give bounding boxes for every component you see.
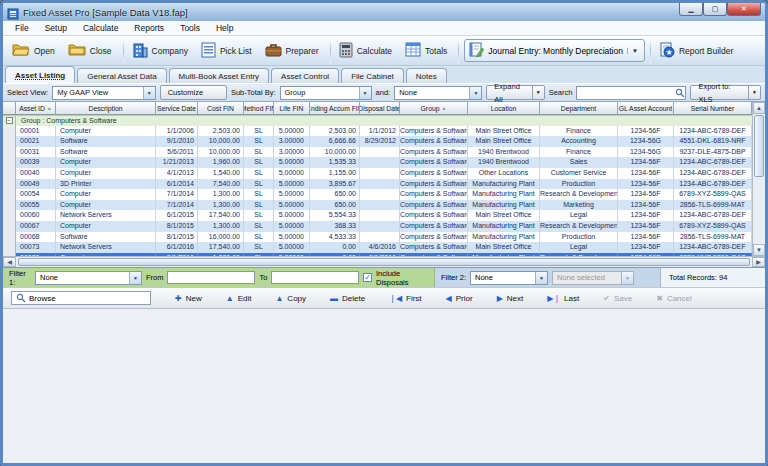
column-header-disposal-date[interactable]: Disposal Date bbox=[360, 102, 400, 114]
totals-button[interactable]: Totals bbox=[400, 40, 455, 61]
next-button[interactable]: ▶Next bbox=[497, 294, 524, 303]
report-builder-button[interactable]: ★ Report Builder bbox=[654, 40, 741, 62]
close-file-button[interactable]: Close bbox=[63, 40, 120, 61]
edit-button[interactable]: ▲Edit bbox=[226, 294, 252, 303]
scroll-down-icon[interactable]: ▼ bbox=[753, 244, 765, 256]
cell: 650.00 bbox=[310, 189, 360, 200]
chevron-down-icon[interactable]: ▼ bbox=[627, 48, 642, 54]
browse-input[interactable] bbox=[29, 294, 146, 303]
prior-button[interactable]: ◀Prior bbox=[446, 294, 473, 303]
column-header-cost-fin[interactable]: Cost FIN bbox=[198, 102, 244, 114]
from-input[interactable] bbox=[167, 271, 255, 284]
filter2-dropdown[interactable]: None ▼ bbox=[470, 271, 548, 285]
tab-notes[interactable]: Notes bbox=[406, 68, 447, 83]
scroll-right-icon[interactable]: ▶ bbox=[752, 257, 765, 267]
scroll-left-icon[interactable]: ◀ bbox=[3, 257, 16, 267]
preparer-button[interactable]: Preparer bbox=[260, 40, 327, 61]
column-header-method-fin[interactable]: Method FIN bbox=[244, 102, 274, 114]
last-button[interactable]: ▶❘Last bbox=[547, 294, 579, 303]
table-row[interactable]: 00039Computer1/21/20131,960.00SL5.000001… bbox=[3, 157, 752, 168]
collapse-icon[interactable]: − bbox=[6, 117, 13, 124]
close-folder-icon bbox=[68, 42, 86, 59]
and-dropdown[interactable]: None ▼ bbox=[394, 86, 482, 100]
column-header-department[interactable]: Department bbox=[540, 102, 618, 114]
tab-asset-control[interactable]: Asset Control bbox=[271, 68, 339, 83]
totals-icon bbox=[405, 42, 421, 59]
tab-multi-book-asset-entry[interactable]: Multi-Book Asset Entry bbox=[169, 68, 269, 83]
include-disposals-checkbox[interactable]: ✓ bbox=[363, 273, 372, 282]
column-header-asset-id[interactable]: Asset ID▲ bbox=[16, 102, 56, 114]
cancel-button[interactable]: ✖Cancel bbox=[656, 294, 692, 303]
table-row[interactable]: 00054Computer7/1/20141,300.00SL5.0000065… bbox=[3, 189, 752, 200]
chevron-down-icon[interactable]: ▼ bbox=[748, 86, 757, 99]
open-button[interactable]: Open bbox=[7, 40, 63, 61]
save-button[interactable]: ✔Save bbox=[603, 294, 632, 303]
chevron-down-icon[interactable]: ▼ bbox=[129, 272, 141, 284]
vertical-scrollbar[interactable]: ▲ ▼ bbox=[752, 102, 765, 256]
company-button[interactable]: Company bbox=[127, 40, 196, 62]
chevron-down-icon[interactable]: ▼ bbox=[143, 87, 155, 99]
minimize-button[interactable]: ▁ bbox=[679, 3, 703, 16]
tab-general-asset-data[interactable]: General Asset Data bbox=[77, 68, 166, 83]
search-input[interactable] bbox=[577, 88, 675, 97]
cell: 17,540.00 bbox=[198, 210, 244, 221]
tab-file-cabinet[interactable]: File Cabinet bbox=[341, 68, 404, 83]
chevron-down-icon[interactable]: ▼ bbox=[359, 87, 371, 99]
chevron-down-icon[interactable]: ▼ bbox=[469, 87, 481, 99]
column-header-ending-accum-fin[interactable]: Ending Accum FIN bbox=[310, 102, 360, 114]
scrollbar-thumb[interactable] bbox=[18, 258, 750, 266]
table-row[interactable]: 00031Software5/6/201110,000.00SL3.000001… bbox=[3, 147, 752, 158]
search-icon[interactable] bbox=[675, 88, 685, 98]
scrollbar-thumb[interactable] bbox=[754, 115, 764, 177]
cell: Computers & Software bbox=[400, 189, 468, 200]
table-row[interactable]: 00055Computer7/1/20141,300.00SL5.0000065… bbox=[3, 200, 752, 211]
calculate-button[interactable]: Calculate bbox=[334, 40, 400, 62]
column-header-service-date[interactable]: Service Date bbox=[156, 102, 198, 114]
customize-view-button[interactable]: Customize View bbox=[160, 85, 227, 100]
chevron-down-icon[interactable]: ▼ bbox=[532, 86, 541, 99]
column-header-gl-asset-account[interactable]: GL Asset Account bbox=[618, 102, 674, 114]
new-button[interactable]: ✚New bbox=[175, 294, 202, 303]
journal-entry-dropdown[interactable]: Journal Entry: Monthly Depreciation ▼ bbox=[464, 39, 645, 62]
table-row[interactable]: 00067Computer8/1/20151,300.00SL5.0000036… bbox=[3, 221, 752, 232]
table-row[interactable]: 00068Software8/1/201516,000.00SL5.000004… bbox=[3, 232, 752, 243]
table-row[interactable]: 00040Computer4/1/20131,540.00SL5.000001,… bbox=[3, 168, 752, 179]
menu-tools[interactable]: Tools bbox=[173, 22, 207, 34]
column-header-serial-number[interactable]: Serial Number bbox=[674, 102, 752, 114]
table-row[interactable]: 00060Network Servers6/1/201517,540.00SL5… bbox=[3, 210, 752, 221]
column-header-life-fin[interactable]: Life FIN bbox=[274, 102, 310, 114]
delete-button[interactable]: ▬Delete bbox=[330, 294, 365, 303]
group-header-row[interactable]: −Group : Computers & Software bbox=[3, 115, 752, 126]
expand-all-button[interactable]: Expand All ▼ bbox=[486, 85, 544, 100]
menu-reports[interactable]: Reports bbox=[127, 22, 171, 34]
export-xls-button[interactable]: Export to: XLS ▼ bbox=[690, 85, 761, 100]
cell: Customer Service bbox=[540, 168, 618, 179]
column-header-description[interactable]: Description bbox=[56, 102, 156, 114]
pick-list-button[interactable]: Pick List bbox=[196, 40, 260, 62]
scroll-up-icon[interactable]: ▲ bbox=[753, 102, 765, 114]
table-row[interactable]: 000493D Printer6/1/20147,540.00SL5.00000… bbox=[3, 179, 752, 190]
chevron-down-icon[interactable]: ▼ bbox=[535, 272, 547, 284]
cell: 1234-56F bbox=[618, 126, 674, 137]
menu-file[interactable]: File bbox=[8, 22, 36, 34]
menu-help[interactable]: Help bbox=[209, 22, 240, 34]
maximize-button[interactable]: ▢ bbox=[703, 3, 727, 16]
select-view-dropdown[interactable]: My GAAP View ▼ bbox=[52, 86, 156, 100]
copy-button[interactable]: ▲Copy bbox=[275, 294, 306, 303]
table-row[interactable]: 00021Software9/1/201010,000.00SL3.000006… bbox=[3, 136, 752, 147]
close-button[interactable]: ✕ bbox=[727, 3, 761, 16]
horizontal-scrollbar[interactable]: ◀ ▶ bbox=[3, 256, 765, 267]
table-row[interactable]: 00073Network Servers6/1/201617,540.00SL5… bbox=[3, 242, 752, 253]
first-button[interactable]: ❘◀First bbox=[389, 294, 421, 303]
to-input[interactable] bbox=[271, 271, 359, 284]
table-row[interactable]: 00001Computer1/1/20062,503.00SL5.000002,… bbox=[3, 126, 752, 137]
column-header-group[interactable]: Group▲ bbox=[400, 102, 468, 114]
menu-calculate[interactable]: Calculate bbox=[76, 22, 125, 34]
tab-asset-listing[interactable]: Asset Listing bbox=[5, 66, 75, 83]
row-gutter bbox=[3, 189, 16, 200]
filter1-dropdown[interactable]: None ▼ bbox=[35, 271, 142, 285]
menu-setup[interactable]: Setup bbox=[38, 22, 74, 34]
column-header-location[interactable]: Location bbox=[468, 102, 540, 114]
cell: 4/1/2013 bbox=[156, 168, 198, 179]
subtotal-by-dropdown[interactable]: Group ▼ bbox=[280, 86, 372, 100]
